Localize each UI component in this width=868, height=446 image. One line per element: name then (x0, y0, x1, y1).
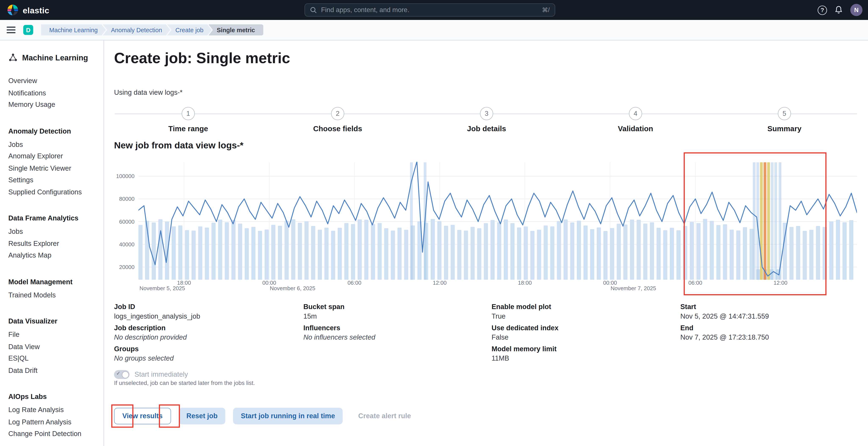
global-search-input[interactable]: Find apps, content, and more. ⌘/ (304, 3, 555, 17)
summary-value-model-memory-limit: 11MB (492, 354, 559, 363)
svg-text:12:00: 12:00 (774, 279, 787, 286)
summary-value-job-id: logs_ingestion_analysis_job (114, 312, 200, 321)
sidebar-item-es-ql[interactable]: ES|QL (8, 353, 98, 365)
summary-column-0: Job IDlogs_ingestion_analysis_jobJob des… (114, 302, 200, 366)
sidebar-item-file[interactable]: File (8, 329, 98, 341)
sidebar-item-overview[interactable]: Overview (8, 75, 98, 87)
start-immediately-label: Start immediately (134, 370, 188, 378)
search-icon (310, 6, 317, 13)
svg-text:80000: 80000 (119, 196, 134, 202)
step-label-choose-fields: Choose fields (313, 125, 362, 133)
sidebar-item-log-rate-analysis[interactable]: Log Rate Analysis (8, 405, 98, 416)
summary-value-job-description: No description provided (114, 333, 200, 342)
elastic-brand[interactable]: elastic (6, 4, 49, 16)
sidebar-section-data-frame-analytics: Data Frame Analytics (8, 213, 98, 225)
sidebar-item-memory-usage[interactable]: Memory Usage (8, 99, 98, 111)
start-immediately-row: ✓ Start immediately (114, 370, 188, 379)
sidebar-item-change-point-detection[interactable]: Change Point Detection (8, 428, 98, 440)
svg-text:November 5, 2025: November 5, 2025 (140, 285, 185, 292)
summary-label-model-memory-limit: Model memory limit (492, 345, 559, 354)
alerts-bell-icon[interactable] (834, 5, 843, 14)
sidebar-section-data-visualizer: Data Visualizer (8, 316, 98, 327)
sidebar-item-notifications[interactable]: Notifications (8, 87, 98, 99)
sidebar-item-single-metric-viewer[interactable]: Single Metric Viewer (8, 162, 98, 175)
footer-actions: View results Reset job Start job running… (114, 408, 418, 424)
step-label-job-details: Job details (467, 125, 506, 133)
summary-value-use-dedicated-index: False (492, 333, 559, 342)
breadcrumb-single-metric: Single metric (209, 24, 263, 35)
brand-wordmark: elastic (23, 5, 49, 14)
step-circle-job-details[interactable]: 3 (480, 107, 493, 120)
sidebar-item-log-pattern-analysis[interactable]: Log Pattern Analysis (8, 416, 98, 428)
sidebar-nav: Machine Learning OverviewNotificationsMe… (0, 40, 104, 446)
sidebar-title: Machine Learning (8, 53, 98, 62)
summary-column-3: StartNov 5, 2025 @ 14:47:31.559EndNov 7,… (680, 302, 769, 345)
sidebar-item-anomaly-explorer[interactable]: Anomaly Explorer (8, 151, 98, 162)
svg-text:November 6, 2025: November 6, 2025 (270, 285, 315, 292)
summary-value-enable-model-plot: True (492, 312, 559, 321)
page-title: Create job: Single metric (114, 50, 290, 67)
start-job-realtime-button[interactable]: Start job running in real time (233, 408, 343, 424)
svg-text:06:00: 06:00 (688, 279, 702, 286)
summary-label-job-id: Job ID (114, 302, 200, 311)
svg-text:60000: 60000 (119, 218, 134, 225)
reset-job-button[interactable]: Reset job (179, 408, 225, 424)
sidebar-item-jobs[interactable]: Jobs (8, 139, 98, 151)
breadcrumb: Machine LearningAnomaly DetectionCreate … (41, 24, 263, 35)
step-circle-choose-fields[interactable]: 2 (331, 107, 344, 120)
help-icon[interactable]: ? (817, 5, 827, 14)
step-circle-validation[interactable]: 4 (629, 107, 642, 120)
summary-value-groups: No groups selected (114, 354, 200, 363)
summary-label-use-dedicated-index: Use dedicated index (492, 324, 559, 332)
summary-label-influencers: Influencers (303, 324, 375, 332)
summary-value-end: Nov 7, 2025 @ 17:23:18.750 (680, 333, 769, 342)
step-label-time-range: Time range (168, 125, 208, 133)
svg-text:20000: 20000 (119, 264, 134, 270)
sidebar-item-settings[interactable]: Settings (8, 175, 98, 186)
sidebar-item-results-explorer[interactable]: Results Explorer (8, 238, 98, 250)
sidebar-item-jobs[interactable]: Jobs (8, 226, 98, 238)
sidebar-item-data-view[interactable]: Data View (8, 341, 98, 353)
search-shortcut-hint: ⌘/ (542, 6, 550, 13)
data-view-note: Using data view logs-* (114, 89, 182, 96)
step-circle-time-range[interactable]: 1 (182, 107, 195, 120)
summary-label-bucket-span: Bucket span (303, 302, 375, 311)
elastic-logo-icon (6, 4, 19, 16)
summary-value-start: Nov 5, 2025 @ 14:47:31.559 (680, 312, 769, 321)
breadcrumb-bar: D Machine LearningAnomaly DetectionCreat… (0, 20, 868, 40)
summary-column-1: Bucket span15mInfluencersNo influencers … (303, 302, 375, 345)
breadcrumb-machine-learning[interactable]: Machine Learning (41, 24, 106, 35)
svg-text:November 7, 2025: November 7, 2025 (611, 285, 656, 292)
svg-text:12:00: 12:00 (433, 279, 446, 286)
menu-hamburger-icon[interactable] (6, 27, 16, 33)
summary-label-end: End (680, 324, 769, 332)
summary-label-enable-model-plot: Enable model plot (492, 302, 559, 311)
svg-text:18:00: 18:00 (518, 279, 532, 286)
step-circle-summary[interactable]: 5 (778, 107, 791, 120)
machine-learning-app-icon (8, 53, 18, 62)
summary-label-job-description: Job description (114, 324, 200, 332)
sidebar-item-trained-models[interactable]: Trained Models (8, 290, 98, 301)
sidebar-item-analytics-map[interactable]: Analytics Map (8, 250, 98, 262)
step-label-summary: Summary (767, 125, 802, 133)
sidebar-item-data-drift[interactable]: Data Drift (8, 365, 98, 377)
metric-chart-svg: 2000040000600008000010000018:0000:00Nove… (111, 161, 862, 294)
anomaly-chart: 2000040000600008000010000018:0000:00Nove… (111, 161, 862, 294)
breadcrumb-anomaly-detection[interactable]: Anomaly Detection (103, 24, 170, 35)
top-navigation-bar: elastic Find apps, content, and more. ⌘/… (0, 0, 868, 20)
breadcrumb-create-job[interactable]: Create job (167, 24, 212, 35)
check-icon: ✓ (116, 370, 121, 376)
app-root: elastic Find apps, content, and more. ⌘/… (0, 0, 868, 446)
summary-label-groups: Groups (114, 345, 200, 354)
user-avatar[interactable]: N (850, 4, 862, 16)
summary-value-influencers: No influencers selected (303, 333, 375, 342)
space-avatar[interactable]: D (23, 25, 33, 35)
sidebar-item-supplied-configurations[interactable]: Supplied Configurations (8, 186, 98, 198)
step-label-validation: Validation (618, 125, 653, 133)
sidebar-section-model-management: Model Management (8, 276, 98, 288)
sidebar-section-anomaly-detection: Anomaly Detection (8, 125, 98, 137)
create-alert-rule-button[interactable]: Create alert rule (350, 408, 419, 424)
start-immediately-toggle[interactable]: ✓ (114, 370, 129, 379)
view-results-button[interactable]: View results (114, 408, 171, 424)
search-placeholder: Find apps, content, and more. (321, 6, 538, 14)
